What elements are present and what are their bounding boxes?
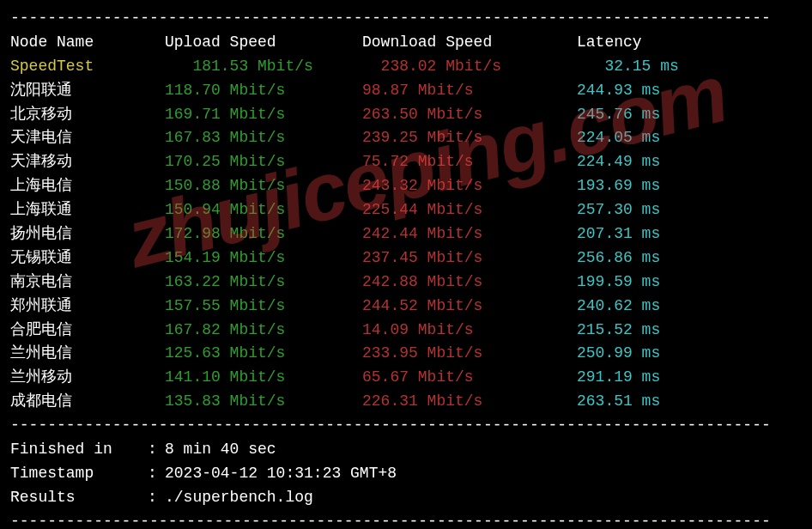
download-value: 242.88 Mbit/s bbox=[362, 271, 577, 295]
upload-value: 154.19 Mbit/s bbox=[165, 246, 362, 271]
table-header: Node Name Upload Speed Download Speed La… bbox=[10, 31, 802, 55]
footer-finished: Finished in : 8 min 40 sec bbox=[10, 438, 802, 462]
speedtest-upload: 181.53 Mbit/s bbox=[165, 55, 362, 79]
table-row: 上海联通150.94 Mbit/s225.44 Mbit/s257.30 ms bbox=[10, 198, 802, 222]
header-upload: Upload Speed bbox=[165, 31, 362, 55]
footer-sep: : bbox=[148, 438, 165, 462]
upload-value: 170.25 Mbit/s bbox=[165, 150, 362, 174]
node-name: 南京电信 bbox=[10, 271, 165, 295]
download-value: 237.45 Mbit/s bbox=[362, 246, 577, 271]
header-latency: Latency bbox=[577, 31, 748, 55]
latency-value: 256.86 ms bbox=[577, 246, 748, 271]
divider-top: ----------------------------------------… bbox=[10, 7, 802, 31]
download-value: 225.44 Mbit/s bbox=[362, 198, 577, 222]
download-value: 233.95 Mbit/s bbox=[362, 342, 577, 366]
upload-value: 125.63 Mbit/s bbox=[165, 342, 362, 366]
table-row: 南京电信163.22 Mbit/s242.88 Mbit/s199.59 ms bbox=[10, 271, 802, 295]
results-value: ./superbench.log bbox=[165, 486, 313, 510]
table-row: 天津电信167.83 Mbit/s239.25 Mbit/s224.05 ms bbox=[10, 126, 802, 150]
latency-value: 199.59 ms bbox=[577, 271, 748, 295]
finished-value: 8 min 40 sec bbox=[165, 438, 276, 462]
table-row: 北京移动169.71 Mbit/s263.50 Mbit/s245.76 ms bbox=[10, 103, 802, 127]
download-value: 65.67 Mbit/s bbox=[362, 366, 577, 390]
upload-value: 169.71 Mbit/s bbox=[165, 103, 362, 127]
node-name: 天津电信 bbox=[10, 126, 165, 150]
header-node: Node Name bbox=[10, 31, 165, 55]
latency-value: 244.93 ms bbox=[577, 79, 748, 103]
upload-value: 135.83 Mbit/s bbox=[165, 390, 362, 414]
node-name: 合肥电信 bbox=[10, 319, 165, 343]
upload-value: 141.10 Mbit/s bbox=[165, 366, 362, 390]
table-row: 无锡联通154.19 Mbit/s237.45 Mbit/s256.86 ms bbox=[10, 246, 802, 271]
latency-value: 224.49 ms bbox=[577, 150, 748, 174]
node-name: 扬州电信 bbox=[10, 222, 165, 246]
results-label: Results bbox=[10, 486, 148, 510]
footer-timestamp: Timestamp : 2023-04-12 10:31:23 GMT+8 bbox=[10, 462, 802, 486]
speedtest-name: SpeedTest bbox=[10, 55, 165, 79]
node-name: 兰州移动 bbox=[10, 366, 165, 390]
footer-results: Results : ./superbench.log bbox=[10, 486, 802, 510]
table-row: 沈阳联通118.70 Mbit/s98.87 Mbit/s244.93 ms bbox=[10, 79, 802, 103]
divider-mid: ----------------------------------------… bbox=[10, 414, 802, 438]
upload-value: 150.88 Mbit/s bbox=[165, 174, 362, 198]
table-row: 天津移动170.25 Mbit/s75.72 Mbit/s224.49 ms bbox=[10, 150, 802, 174]
node-name: 无锡联通 bbox=[10, 246, 165, 271]
footer-sep: : bbox=[148, 462, 165, 486]
timestamp-label: Timestamp bbox=[10, 462, 148, 486]
node-name: 上海电信 bbox=[10, 174, 165, 198]
footer-sep: : bbox=[148, 486, 165, 510]
node-name: 沈阳联通 bbox=[10, 79, 165, 103]
upload-value: 150.94 Mbit/s bbox=[165, 198, 362, 222]
node-name: 兰州电信 bbox=[10, 342, 165, 366]
download-value: 263.50 Mbit/s bbox=[362, 103, 577, 127]
download-value: 242.44 Mbit/s bbox=[362, 222, 577, 246]
table-row: 兰州电信125.63 Mbit/s233.95 Mbit/s250.99 ms bbox=[10, 342, 802, 366]
latency-value: 245.76 ms bbox=[577, 103, 748, 127]
node-name: 成都电信 bbox=[10, 390, 165, 414]
latency-value: 250.99 ms bbox=[577, 342, 748, 366]
latency-value: 224.05 ms bbox=[577, 126, 748, 150]
table-row: 郑州联通157.55 Mbit/s244.52 Mbit/s240.62 ms bbox=[10, 295, 802, 319]
terminal-output: ----------------------------------------… bbox=[0, 3, 812, 529]
download-value: 14.09 Mbit/s bbox=[362, 319, 577, 343]
upload-value: 172.98 Mbit/s bbox=[165, 222, 362, 246]
table-row: 成都电信135.83 Mbit/s226.31 Mbit/s263.51 ms bbox=[10, 390, 802, 414]
upload-value: 167.82 Mbit/s bbox=[165, 319, 362, 343]
table-row: 扬州电信172.98 Mbit/s242.44 Mbit/s207.31 ms bbox=[10, 222, 802, 246]
latency-value: 240.62 ms bbox=[577, 295, 748, 319]
latency-value: 257.30 ms bbox=[577, 198, 748, 222]
download-value: 239.25 Mbit/s bbox=[362, 126, 577, 150]
divider-bottom: ----------------------------------------… bbox=[10, 510, 802, 529]
node-name: 郑州联通 bbox=[10, 295, 165, 319]
latency-value: 263.51 ms bbox=[577, 390, 748, 414]
upload-value: 157.55 Mbit/s bbox=[165, 295, 362, 319]
download-value: 226.31 Mbit/s bbox=[362, 390, 577, 414]
node-name: 上海联通 bbox=[10, 198, 165, 222]
download-value: 75.72 Mbit/s bbox=[362, 150, 577, 174]
speedtest-download: 238.02 Mbit/s bbox=[362, 55, 577, 79]
download-value: 98.87 Mbit/s bbox=[362, 79, 577, 103]
download-value: 243.32 Mbit/s bbox=[362, 174, 577, 198]
table-row: 兰州移动141.10 Mbit/s65.67 Mbit/s291.19 ms bbox=[10, 366, 802, 390]
table-row: 合肥电信167.82 Mbit/s14.09 Mbit/s215.52 ms bbox=[10, 319, 802, 343]
latency-value: 193.69 ms bbox=[577, 174, 748, 198]
download-value: 244.52 Mbit/s bbox=[362, 295, 577, 319]
upload-value: 118.70 Mbit/s bbox=[165, 79, 362, 103]
node-name: 北京移动 bbox=[10, 103, 165, 127]
upload-value: 167.83 Mbit/s bbox=[165, 126, 362, 150]
finished-label: Finished in bbox=[10, 438, 148, 462]
upload-value: 163.22 Mbit/s bbox=[165, 271, 362, 295]
table-row: 上海电信150.88 Mbit/s243.32 Mbit/s193.69 ms bbox=[10, 174, 802, 198]
latency-value: 215.52 ms bbox=[577, 319, 748, 343]
latency-value: 291.19 ms bbox=[577, 366, 748, 390]
speedtest-row: SpeedTest 181.53 Mbit/s 238.02 Mbit/s 32… bbox=[10, 55, 802, 79]
node-name: 天津移动 bbox=[10, 150, 165, 174]
header-download: Download Speed bbox=[362, 31, 577, 55]
timestamp-value: 2023-04-12 10:31:23 GMT+8 bbox=[165, 462, 397, 486]
latency-value: 207.31 ms bbox=[577, 222, 748, 246]
speedtest-latency: 32.15 ms bbox=[577, 55, 748, 79]
